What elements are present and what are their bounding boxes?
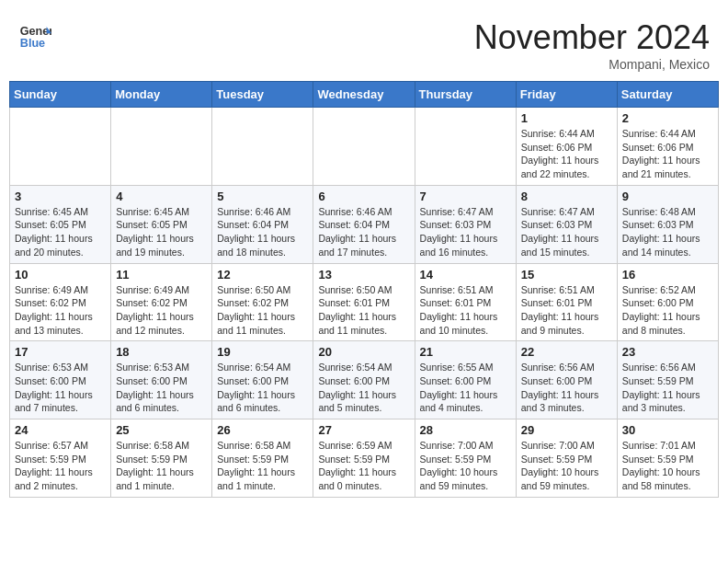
calendar-cell: 20 Sunrise: 6:54 AM Sunset: 6:00 PM Dayl… <box>313 341 415 419</box>
daylight-text: Daylight: 11 hours and 11 minutes. <box>217 311 295 336</box>
day-info: Sunrise: 6:58 AM Sunset: 5:59 PM Dayligh… <box>116 439 207 493</box>
calendar-cell: 24 Sunrise: 6:57 AM Sunset: 5:59 PM Dayl… <box>10 419 111 498</box>
sunrise-text: Sunrise: 6:45 AM <box>15 206 88 217</box>
sunrise-text: Sunrise: 6:46 AM <box>217 206 290 217</box>
day-number: 22 <box>521 345 612 359</box>
weekday-header-saturday: Saturday <box>617 82 718 108</box>
weekday-header-thursday: Thursday <box>415 82 516 108</box>
sunrise-text: Sunrise: 6:56 AM <box>622 362 696 373</box>
sunset-text: Sunset: 6:00 PM <box>420 375 492 386</box>
day-info: Sunrise: 6:49 AM Sunset: 6:02 PM Dayligh… <box>116 283 207 338</box>
daylight-text: Daylight: 11 hours and 12 minutes. <box>116 311 194 336</box>
calendar-cell: 21 Sunrise: 6:55 AM Sunset: 6:00 PM Dayl… <box>415 341 516 419</box>
day-number: 15 <box>521 268 612 282</box>
calendar-cell: 1 Sunrise: 6:44 AM Sunset: 6:06 PM Dayli… <box>516 108 617 186</box>
sunrise-text: Sunrise: 6:57 AM <box>15 440 88 451</box>
sunset-text: Sunset: 6:00 PM <box>15 375 86 386</box>
sunrise-text: Sunrise: 6:51 AM <box>420 284 494 295</box>
sunrise-text: Sunrise: 6:52 AM <box>622 284 696 295</box>
sunset-text: Sunset: 6:03 PM <box>521 219 593 230</box>
calendar-cell: 16 Sunrise: 6:52 AM Sunset: 6:00 PM Dayl… <box>617 263 718 341</box>
calendar-table: SundayMondayTuesdayWednesdayThursdayFrid… <box>9 81 719 498</box>
sunset-text: Sunset: 6:03 PM <box>420 219 492 230</box>
day-info: Sunrise: 6:54 AM Sunset: 6:00 PM Dayligh… <box>217 361 308 415</box>
day-info: Sunrise: 6:46 AM Sunset: 6:04 PM Dayligh… <box>318 205 409 259</box>
day-info: Sunrise: 7:00 AM Sunset: 5:59 PM Dayligh… <box>521 439 612 493</box>
daylight-text: Daylight: 11 hours and 3 minutes. <box>622 389 700 414</box>
daylight-text: Daylight: 11 hours and 19 minutes. <box>116 233 194 258</box>
day-info: Sunrise: 6:55 AM Sunset: 6:00 PM Dayligh… <box>420 361 511 415</box>
calendar-cell <box>313 108 415 186</box>
day-number: 9 <box>622 190 713 203</box>
sunrise-text: Sunrise: 6:58 AM <box>217 440 290 451</box>
sunrise-text: Sunrise: 6:49 AM <box>116 284 189 295</box>
calendar-cell: 2 Sunrise: 6:44 AM Sunset: 6:06 PM Dayli… <box>617 108 718 186</box>
day-info: Sunrise: 6:56 AM Sunset: 5:59 PM Dayligh… <box>622 361 713 415</box>
calendar-cell: 25 Sunrise: 6:58 AM Sunset: 5:59 PM Dayl… <box>111 419 212 498</box>
daylight-text: Daylight: 11 hours and 5 minutes. <box>318 389 396 414</box>
logo: General Blue <box>18 18 51 52</box>
day-info: Sunrise: 6:52 AM Sunset: 6:00 PM Dayligh… <box>622 283 713 338</box>
day-number: 6 <box>318 190 409 203</box>
day-info: Sunrise: 6:49 AM Sunset: 6:02 PM Dayligh… <box>15 283 106 338</box>
sunset-text: Sunset: 6:00 PM <box>318 375 390 386</box>
sunset-text: Sunset: 6:01 PM <box>318 297 390 308</box>
sunset-text: Sunset: 6:00 PM <box>217 375 289 386</box>
day-number: 26 <box>217 423 308 437</box>
day-number: 29 <box>521 423 612 437</box>
day-info: Sunrise: 6:53 AM Sunset: 6:00 PM Dayligh… <box>15 361 106 415</box>
sunset-text: Sunset: 5:59 PM <box>116 454 188 465</box>
sunset-text: Sunset: 6:06 PM <box>622 142 694 153</box>
daylight-text: Daylight: 11 hours and 7 minutes. <box>15 389 93 414</box>
daylight-text: Daylight: 11 hours and 8 minutes. <box>622 311 700 336</box>
week-row-2: 3 Sunrise: 6:45 AM Sunset: 6:05 PM Dayli… <box>10 185 719 263</box>
daylight-text: Daylight: 11 hours and 10 minutes. <box>420 311 498 336</box>
sunrise-text: Sunrise: 6:46 AM <box>318 206 392 217</box>
sunset-text: Sunset: 6:05 PM <box>116 219 188 230</box>
daylight-text: Daylight: 11 hours and 18 minutes. <box>217 233 295 258</box>
sunrise-text: Sunrise: 6:58 AM <box>116 440 189 451</box>
calendar-cell: 27 Sunrise: 6:59 AM Sunset: 5:59 PM Dayl… <box>313 419 415 498</box>
daylight-text: Daylight: 11 hours and 3 minutes. <box>521 389 599 414</box>
sunset-text: Sunset: 5:59 PM <box>318 454 390 465</box>
weekday-header-tuesday: Tuesday <box>212 82 313 108</box>
sunset-text: Sunset: 6:04 PM <box>318 219 390 230</box>
calendar-cell: 22 Sunrise: 6:56 AM Sunset: 6:00 PM Dayl… <box>516 341 617 419</box>
calendar-cell: 29 Sunrise: 7:00 AM Sunset: 5:59 PM Dayl… <box>516 419 617 498</box>
sunset-text: Sunset: 5:59 PM <box>217 454 289 465</box>
sunrise-text: Sunrise: 6:51 AM <box>521 284 595 295</box>
day-info: Sunrise: 6:50 AM Sunset: 6:02 PM Dayligh… <box>217 283 308 338</box>
sunrise-text: Sunrise: 7:01 AM <box>622 440 696 451</box>
daylight-text: Daylight: 10 hours and 59 minutes. <box>521 466 599 491</box>
week-row-1: 1 Sunrise: 6:44 AM Sunset: 6:06 PM Dayli… <box>10 108 719 186</box>
day-number: 8 <box>521 190 612 203</box>
daylight-text: Daylight: 11 hours and 1 minute. <box>116 466 194 491</box>
day-number: 10 <box>15 268 106 282</box>
day-number: 2 <box>622 111 713 125</box>
day-info: Sunrise: 6:53 AM Sunset: 6:00 PM Dayligh… <box>116 361 207 415</box>
weekday-header-friday: Friday <box>516 82 617 108</box>
daylight-text: Daylight: 11 hours and 11 minutes. <box>318 311 396 336</box>
day-info: Sunrise: 6:47 AM Sunset: 6:03 PM Dayligh… <box>521 205 612 259</box>
calendar-cell: 14 Sunrise: 6:51 AM Sunset: 6:01 PM Dayl… <box>415 263 516 341</box>
sunrise-text: Sunrise: 6:45 AM <box>116 206 189 217</box>
day-info: Sunrise: 6:44 AM Sunset: 6:06 PM Dayligh… <box>521 127 612 181</box>
day-number: 16 <box>622 268 713 282</box>
sunrise-text: Sunrise: 6:53 AM <box>15 362 88 373</box>
weekday-header-monday: Monday <box>111 82 212 108</box>
day-info: Sunrise: 6:56 AM Sunset: 6:00 PM Dayligh… <box>521 361 612 415</box>
calendar-cell: 4 Sunrise: 6:45 AM Sunset: 6:05 PM Dayli… <box>111 185 212 263</box>
sunset-text: Sunset: 6:02 PM <box>217 297 289 308</box>
day-number: 18 <box>116 345 207 359</box>
calendar-cell: 5 Sunrise: 6:46 AM Sunset: 6:04 PM Dayli… <box>212 185 313 263</box>
day-info: Sunrise: 6:59 AM Sunset: 5:59 PM Dayligh… <box>318 439 409 493</box>
week-row-4: 17 Sunrise: 6:53 AM Sunset: 6:00 PM Dayl… <box>10 341 719 419</box>
sunrise-text: Sunrise: 6:55 AM <box>420 362 494 373</box>
day-number: 1 <box>521 111 612 125</box>
day-number: 23 <box>622 345 713 359</box>
location: Mompani, Mexico <box>474 57 710 72</box>
daylight-text: Daylight: 11 hours and 2 minutes. <box>15 466 93 491</box>
daylight-text: Daylight: 11 hours and 17 minutes. <box>318 233 396 258</box>
day-number: 14 <box>420 268 511 282</box>
calendar-cell: 13 Sunrise: 6:50 AM Sunset: 6:01 PM Dayl… <box>313 263 415 341</box>
